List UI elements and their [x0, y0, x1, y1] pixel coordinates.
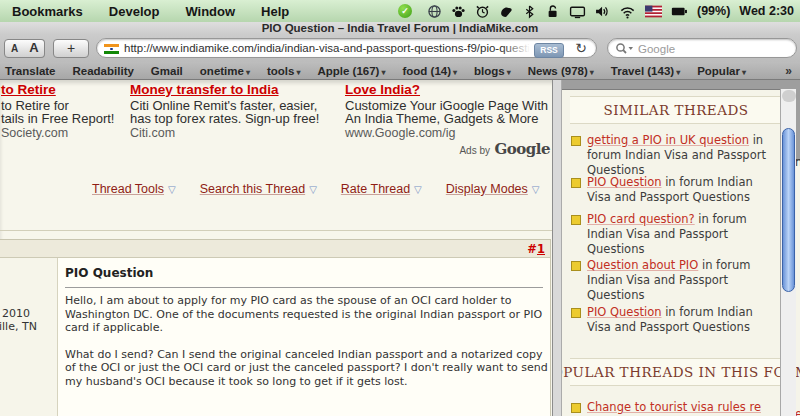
display-modes-link[interactable]: Display Modes	[446, 182, 528, 196]
ad-column-1: to Retire to Retire for tails in Free Re…	[1, 83, 129, 140]
menu-bookmarks[interactable]: Bookmarks	[12, 4, 83, 19]
post-number[interactable]: #1	[527, 242, 545, 256]
sidebar-scrollbar[interactable]	[780, 89, 796, 416]
menu-status-area: (99%) Wed 2:30	[398, 4, 800, 19]
ad-text: tails in Free Report!	[1, 112, 129, 126]
bookmarks-overflow-chevron[interactable]: »	[785, 64, 792, 78]
post-main: PIO Question Hello, I am about to apply …	[58, 258, 550, 416]
url-text[interactable]: http://www.indiamike.com/india/indian-vi…	[124, 42, 530, 56]
ad-link[interactable]: to Retire	[1, 83, 56, 97]
similar-thread-item: PIO Question in forum Indian Visa and Pa…	[570, 175, 777, 205]
menu-help[interactable]: Help	[261, 4, 289, 19]
google-logo: Google	[494, 140, 550, 158]
bookmark-popular[interactable]: Popular	[697, 65, 746, 77]
menu-bar: Bookmarks Develop Window Help	[0, 0, 800, 23]
forum-post: #1 2010 ille, TN PIO Question Hello, I a…	[0, 239, 551, 416]
display-modes-menu[interactable]: Display Modes	[446, 179, 540, 197]
search-thread-link[interactable]: Search this Thread	[200, 182, 305, 196]
thread-tools-link[interactable]: Thread Tools	[92, 182, 164, 196]
dropdown-arrow-icon	[410, 179, 422, 196]
post-body: 2010 ille, TN PIO Question Hello, I am a…	[0, 258, 550, 416]
bookmark-blogs[interactable]: blogs	[474, 65, 511, 77]
battery-icon[interactable]	[671, 5, 688, 18]
lock-icon[interactable]	[545, 4, 560, 19]
post-paragraph: What do I send? Can I send the original …	[65, 348, 551, 389]
dropdown-caret-icon	[379, 65, 385, 77]
thread-bullet-icon	[571, 261, 581, 271]
volume-icon[interactable]	[595, 4, 610, 19]
post-title-rule	[65, 287, 543, 288]
sidebar-top-edge	[562, 80, 800, 90]
us-flag-icon[interactable]	[645, 5, 662, 18]
scrollbar-thumb[interactable]	[782, 128, 795, 292]
edge-gray-strip	[796, 89, 800, 161]
bookmark-gmail[interactable]: Gmail	[151, 65, 183, 77]
google-search-field[interactable]	[607, 38, 797, 58]
post-number-link[interactable]: 1	[537, 242, 545, 256]
globe-icon[interactable]	[427, 4, 442, 19]
search-input[interactable]	[636, 40, 790, 58]
similar-thread-link[interactable]: PIO Question	[587, 175, 661, 189]
similar-thread-link[interactable]: PIO card question?	[587, 212, 695, 226]
bookmark-label: Readability	[73, 65, 134, 77]
bookmark-onetime[interactable]: onetime	[200, 65, 250, 77]
reload-icon[interactable]: ↻	[575, 40, 587, 56]
bookmark-label: Travel (143)	[611, 65, 674, 77]
bookmark-label: onetime	[200, 65, 244, 77]
rate-thread-menu[interactable]: Rate Thread	[341, 179, 422, 197]
bookmark-news[interactable]: News (978)	[528, 65, 594, 77]
dropdown-arrow-icon	[528, 179, 540, 196]
rate-thread-link[interactable]: Rate Thread	[341, 182, 410, 196]
thread-tools-menu[interactable]: Thread Tools	[92, 179, 176, 197]
ad-text: An India Theme, Gadgets & More	[345, 112, 551, 126]
rss-button[interactable]: RSS	[534, 43, 564, 58]
display-icon[interactable]	[569, 4, 586, 19]
search-icon	[615, 42, 635, 55]
battery-percent: (99%)	[697, 4, 730, 18]
window-title: PIO Question – India Travel Forum | Indi…	[0, 22, 800, 35]
similar-thread-link[interactable]: PIO Question	[587, 305, 661, 319]
menu-window[interactable]: Window	[185, 4, 235, 19]
menu-clock[interactable]: Wed 2:30	[739, 4, 794, 18]
search-thread-menu[interactable]: Search this Thread	[200, 179, 317, 197]
bookmark-label: News (978)	[528, 65, 588, 77]
ad-url: Citi.com	[130, 127, 344, 141]
ad-text: has top forex rates. Sign-up free!	[130, 112, 344, 126]
dropdown-caret-icon	[674, 65, 680, 77]
bookmark-food[interactable]: food (14)	[402, 65, 457, 77]
wifi-icon[interactable]	[619, 4, 636, 19]
post-paragraph: Hello, I am about to apply for my PIO ca…	[65, 294, 551, 335]
post-title: PIO Question	[65, 266, 153, 280]
bookmark-translate[interactable]: Translate	[5, 65, 56, 77]
bookmark-travel[interactable]: Travel (143)	[611, 65, 680, 77]
ad-link[interactable]: Money transfer to India	[130, 83, 279, 97]
thread-bullet-icon	[571, 178, 581, 188]
font-smaller-button[interactable]: A	[4, 39, 25, 58]
bird-icon[interactable]	[499, 4, 514, 19]
scrollbar-top-cap	[782, 90, 796, 102]
ad-link[interactable]: Love India?	[345, 83, 420, 97]
bookmark-readability[interactable]: Readability	[73, 65, 134, 77]
bookmark-label: blogs	[474, 65, 505, 77]
ads-by-google[interactable]: Ads by Google	[450, 140, 550, 158]
address-bar[interactable]: http://www.indiamike.com/india/indian-vi…	[96, 38, 597, 58]
new-tab-button[interactable]: +	[53, 39, 89, 58]
paw-icon[interactable]	[451, 4, 466, 19]
similar-thread-link[interactable]: getting a PIO in UK question	[587, 133, 749, 147]
alarm-clock-icon[interactable]	[475, 4, 490, 19]
thread-bullet-icon	[571, 403, 581, 413]
bluetooth-icon[interactable]	[523, 4, 536, 19]
bookmark-tools[interactable]: tools	[267, 65, 301, 77]
similar-thread-link[interactable]: Question about PIO	[587, 258, 698, 272]
bookmark-apple[interactable]: Apple (167)	[317, 65, 385, 77]
menu-develop[interactable]: Develop	[109, 4, 160, 19]
bookmark-label: Apple (167)	[317, 65, 379, 77]
popular-thread-link[interactable]: Change to tourist visa rules re	[587, 400, 761, 414]
join-date-fragment: 2010	[2, 307, 30, 320]
thread-controls: Thread Tools Search this Thread Rate Thr…	[92, 179, 540, 197]
update-check-icon[interactable]	[398, 4, 412, 18]
thread-bullet-icon	[571, 308, 581, 318]
font-larger-button[interactable]: A	[24, 39, 45, 58]
dropdown-caret-icon	[505, 65, 511, 77]
menu-items: Bookmarks Develop Window Help	[0, 4, 289, 19]
